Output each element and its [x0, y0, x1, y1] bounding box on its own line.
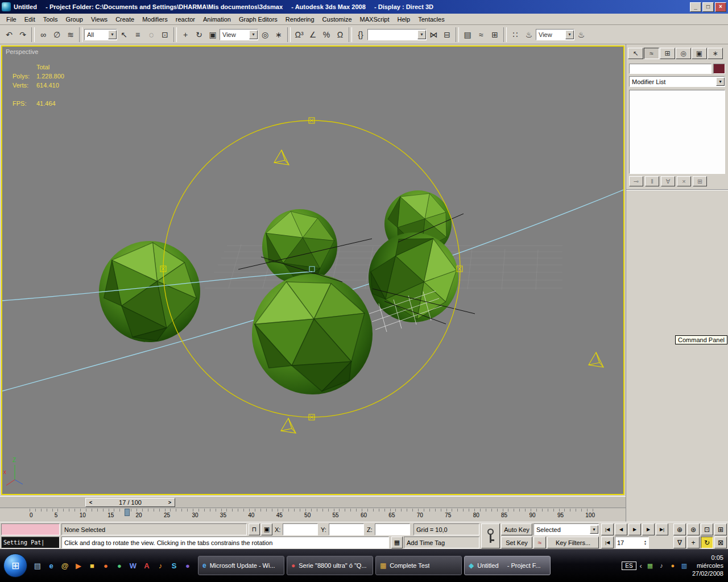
update-icon[interactable]: ● [668, 561, 677, 570]
toolbar-separator[interactable] [349, 27, 352, 42]
window-crossing-icon[interactable]: ⊡ [158, 27, 172, 42]
next-frame-button[interactable]: ▶ [642, 523, 655, 535]
menu-tools[interactable]: Tools [39, 15, 62, 24]
messenger-icon[interactable]: ● [114, 560, 125, 571]
play-button[interactable]: ▶ [628, 523, 641, 535]
add-time-tag[interactable]: Add Time Tag [404, 537, 479, 548]
select-and-move-icon[interactable]: + [179, 27, 192, 42]
unlink-selection-icon[interactable]: ∅ [50, 27, 64, 42]
set-keys-button[interactable] [481, 523, 500, 548]
snap-toggle-3d-icon[interactable]: Ω³ [292, 27, 306, 42]
menu-modifiers[interactable]: Modifiers [138, 15, 172, 24]
language-indicator[interactable]: ES [622, 562, 636, 570]
word-icon[interactable]: W [127, 560, 139, 571]
default-tangent-icon[interactable]: ≈ [533, 537, 546, 548]
toolbar-separator[interactable] [31, 27, 35, 42]
task-serie-8800-ultra[interactable]: ● Serie "8800 ultra" ó "Q... [287, 556, 373, 575]
current-frame-field[interactable]: 17 ▲▼ [615, 537, 649, 548]
tab-utilities-icon[interactable]: ∗ [708, 48, 723, 59]
previous-frame-button[interactable]: ◀ [615, 523, 627, 535]
curve-editor-icon[interactable]: ≈ [474, 27, 488, 42]
pan-button[interactable]: + [687, 537, 700, 548]
task-microsoft-update[interactable]: e Microsoft Update - Wi... [198, 556, 284, 575]
configure-modifier-sets-icon[interactable]: ⊞ [693, 176, 707, 186]
menu-customize[interactable]: Customize [318, 15, 356, 24]
pin-stack-icon[interactable]: ⊸ [629, 176, 643, 186]
zoom-extents-button[interactable]: ⊡ [701, 523, 713, 535]
close-button[interactable]: × [715, 2, 726, 12]
named-selection-dropdown[interactable]: ▾ [367, 29, 427, 40]
menu-create[interactable]: Create [111, 15, 138, 24]
menu-views[interactable]: Views [87, 15, 111, 24]
menu-edit[interactable]: Edit [20, 15, 39, 24]
key-mode-toggle[interactable]: |◀ [601, 537, 614, 548]
tab-hierarchy-icon[interactable]: ⊞ [660, 48, 675, 59]
macro-recorder-field[interactable] [1, 523, 60, 535]
restore-button[interactable]: □ [702, 2, 714, 12]
network-icon[interactable]: ▥ [680, 561, 689, 570]
align-icon[interactable]: ⊟ [440, 27, 454, 42]
field-of-view-button[interactable]: ∇ [673, 537, 686, 548]
arc-rotate-button[interactable]: ↻ [701, 537, 713, 548]
tab-modify-icon[interactable]: ≈ [644, 48, 659, 59]
tab-display-icon[interactable]: ▣ [692, 48, 707, 59]
chevron-down-icon[interactable]: ▾ [590, 525, 598, 534]
display-settings-icon[interactable]: ▦ [646, 561, 655, 570]
skype-icon[interactable]: S [168, 560, 180, 571]
select-and-scale-icon[interactable]: ▣ [206, 27, 220, 42]
modifier-stack-list[interactable] [629, 90, 725, 174]
time-slider-track[interactable]: < 17 / 100 > [0, 496, 626, 508]
schematic-view-icon[interactable]: ⊞ [488, 27, 502, 42]
spinner-arrows[interactable]: ▲▼ [644, 540, 647, 546]
menu-rendering[interactable]: Rendering [282, 15, 318, 24]
remove-modifier-icon[interactable]: × [677, 176, 691, 186]
make-unique-icon[interactable]: ∀ [661, 176, 675, 186]
select-object-icon[interactable]: ↖ [117, 27, 131, 42]
reference-coordinate-dropdown[interactable]: View ▾ [220, 29, 258, 40]
minimize-button[interactable]: _ [690, 2, 701, 12]
menu-maxscript[interactable]: MAXScript [356, 15, 394, 24]
volume-icon[interactable]: ♪ [657, 561, 666, 570]
absolute-offset-toggle-icon[interactable]: ▣ [261, 523, 272, 535]
auto-key-button[interactable]: Auto Key [501, 523, 532, 535]
chevron-down-icon[interactable]: ▾ [716, 77, 725, 86]
menu-tentacles[interactable]: Tentacles [414, 15, 448, 24]
selection-set-dropdown[interactable]: Selected ▾ [533, 523, 599, 535]
start-button[interactable]: ⊞ [3, 554, 27, 577]
selection-filter-dropdown[interactable]: All ▾ [84, 29, 117, 40]
previous-frame-arrow[interactable]: < [88, 500, 94, 505]
redo-icon[interactable]: ↷ [16, 27, 30, 42]
acrobat-icon[interactable]: A [141, 560, 152, 571]
material-editor-icon[interactable]: ∷ [508, 27, 522, 42]
tab-create-icon[interactable]: ↖ [628, 48, 643, 59]
time-slider-handle[interactable]: < 17 / 100 > [85, 498, 175, 507]
select-by-name-icon[interactable]: ≡ [131, 27, 144, 42]
angle-snap-icon[interactable]: ∠ [306, 27, 320, 42]
viewport-scene[interactable]: Z x [2, 47, 623, 494]
go-to-end-button[interactable]: ▶| [656, 523, 668, 535]
select-and-rotate-icon[interactable]: ↻ [192, 27, 206, 42]
named-selection-sets-icon[interactable]: {} [354, 27, 367, 42]
show-end-result-icon[interactable]: ‖ [645, 176, 659, 186]
undo-icon[interactable]: ↶ [2, 27, 16, 42]
quick-render-icon[interactable]: ♨ [574, 27, 588, 42]
email-icon[interactable]: @ [59, 560, 71, 571]
use-pivot-center-icon[interactable]: ◎ [258, 27, 272, 42]
task-complete-test[interactable]: ▦ Complete Test [375, 556, 462, 575]
internet-explorer-icon[interactable]: e [46, 560, 57, 571]
object-color-swatch[interactable] [713, 64, 725, 74]
select-and-manipulate-icon[interactable]: ∗ [272, 27, 286, 42]
go-to-start-button[interactable]: |◀ [601, 523, 614, 535]
object-name-field[interactable] [629, 64, 712, 74]
menu-group[interactable]: Group [61, 15, 87, 24]
zoom-extents-all-button[interactable]: ⊞ [714, 523, 727, 535]
browser-icon[interactable]: ● [182, 560, 193, 571]
media-player-icon[interactable]: ▶ [73, 560, 84, 571]
title-bar[interactable]: Untitled - Project Folder: C:\Documents … [0, 0, 728, 14]
toolbar-separator[interactable] [456, 27, 459, 42]
menu-graph-editors[interactable]: Graph Editors [235, 15, 282, 24]
render-preset-dropdown[interactable]: View ▾ [536, 29, 574, 40]
zoom-all-button[interactable]: ⊛ [687, 523, 700, 535]
next-frame-arrow[interactable]: > [167, 500, 173, 505]
key-filters-button[interactable]: Key Filters... [547, 537, 599, 548]
